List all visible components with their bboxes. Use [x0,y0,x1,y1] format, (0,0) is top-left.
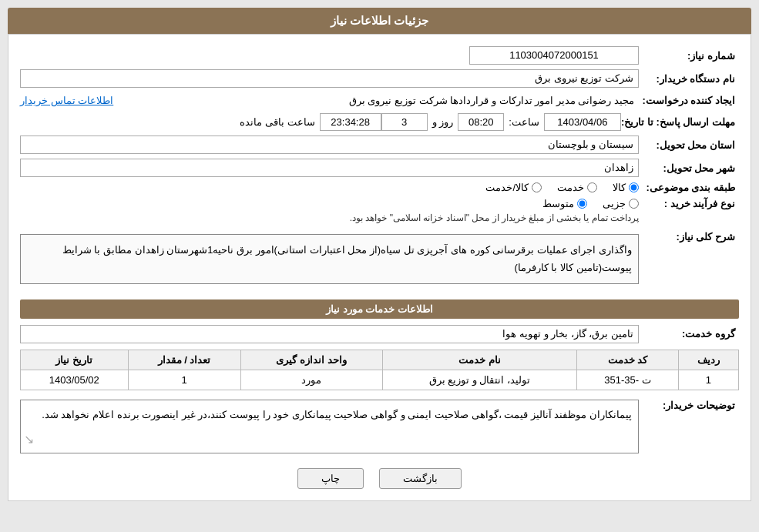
mohlat-countdown: 23:34:28 [320,113,381,131]
nam-dastgah-value: شرکت توزیع نیروی برق [20,69,639,88]
noe-farayand-content: جزیی متوسط پرداخت تمام یا بخشی از مبلغ خ… [20,198,639,223]
ostan-label: استان محل تحویل: [639,139,739,151]
cell-tedaad: 1 [128,370,240,390]
mohlat-roz-label: روز و [432,116,454,128]
col-name: نام خدمت [382,350,576,370]
shomara-niaz-label: شماره نیاز: [639,50,739,62]
tabaqe-row: طبقه بندی موضوعی: کالا خدمت کالا/خدمت [20,182,739,193]
khadamat-section-title: اطلاعات خدمات مورد نیاز [20,299,739,319]
noe-mootavsat-option[interactable]: متوسط [542,198,587,209]
group-khadamat-value: تامین برق، گاز، بخار و تهویه هوا [20,325,639,343]
cell-name: تولید، انتقال و توزیع برق [382,370,576,390]
cell-vahed: مورد [240,370,382,390]
back-button[interactable]: بازگشت [379,468,462,489]
mohlat-saat-label: ساعت: [509,116,539,128]
mohlat-row: مهلت ارسال پاسخ: تا تاریخ: 1403/04/06 سا… [20,113,739,131]
main-panel: شماره نیاز: 1103004072000151 نام دستگاه … [8,34,751,501]
noe-farayand-radio-group: جزیی متوسط [20,198,639,209]
tabaqe-radio-group: کالا خدمت کالا/خدمت [485,182,639,193]
nam-dastgah-row: نام دستگاه خریدار: شرکت توزیع نیروی برق [20,69,739,88]
shahr-label: شهر محل تحویل: [639,162,739,174]
tabaqe-kala-option[interactable]: کالا [613,182,639,193]
col-vahed: واحد اندازه گیری [240,350,382,370]
col-tarikh: تاریخ نیاز [21,350,129,370]
buttons-row: بازگشت چاپ [20,468,739,489]
ostan-row: استان محل تحویل: سیستان و بلوچستان [20,136,739,154]
sharh-row: شرح کلی نیاز: واگذاری اجرای عملیات برقرس… [20,228,739,290]
tawsihat-value: پیمانکاران موظفند آنالیز قیمت ،گواهی صلا… [20,400,639,453]
shomara-niaz-row: شماره نیاز: 1103004072000151 [20,46,739,65]
nam-dastgah-label: نام دستگاه خریدار: [639,73,739,85]
print-button[interactable]: چاپ [297,468,364,489]
mohlat-roz: 3 [381,113,428,131]
page-title: جزئیات اطلاعات نیاز [8,8,751,34]
shomara-niaz-value: 1103004072000151 [469,46,639,65]
ijad-konande-row: ایجاد کننده درخواست: مجید رضوانی مدیر ام… [20,92,739,109]
shahr-row: شهر محل تحویل: زاهدان [20,159,739,177]
noe-farayand-note: پرداخت تمام یا بخشی از مبلغ خریدار از مح… [20,212,639,223]
noe-farayand-row: نوع فرآیند خرید : جزیی متوسط پرداخت تمام… [20,198,739,223]
mohlat-label: مهلت ارسال پاسخ: تا تاریخ: [621,116,739,128]
mohlat-date: 1403/04/06 [544,113,621,131]
cell-kod: ت -35-351 [577,370,679,390]
mohlat-baqi-label: ساعت باقی مانده [240,116,314,128]
cell-radif: 1 [678,370,738,390]
ijad-konande-label: ایجاد کننده درخواست: [639,95,739,106]
sharh-value: واگذاری اجرای عملیات برقرسانی کوره های آ… [20,234,639,284]
tabaqe-label: طبقه بندی موضوعی: [639,182,739,193]
group-khadamat-row: گروه خدمت: تامین برق، گاز، بخار و تهویه … [20,325,739,343]
col-tedaad: تعداد / مقدار [128,350,240,370]
cell-tarikh: 1403/05/02 [21,370,129,390]
noe-farayand-label: نوع فرآیند خرید : [639,198,739,209]
page-wrapper: جزئیات اطلاعات نیاز شماره نیاز: 11030040… [0,0,759,532]
tawsihat-row: توضیحات خریدار: پیمانکاران موظفند آنالیز… [20,396,739,457]
ijad-konande-value: مجید رضوانی مدیر امور تدارکات و قرارداده… [125,92,639,109]
resize-icon: ↘ [24,429,34,450]
ostan-value: سیستان و بلوچستان [20,136,639,154]
tabaqe-khedmat-option[interactable]: خدمت [557,182,597,193]
tawsihat-label: توضیحات خریدار: [639,396,739,411]
ittilaat-tamas-link[interactable]: اطلاعات تماس خریدار [20,95,113,106]
mohlat-saat: 08:20 [458,113,504,131]
noe-jozi-option[interactable]: جزیی [603,198,639,209]
col-radif: ردیف [678,350,738,370]
sharh-label: شرح کلی نیاز: [639,228,739,243]
shahr-value: زاهدان [20,159,639,177]
col-kod: کد خدمت [577,350,679,370]
tabaqe-kala-khedmat-option[interactable]: کالا/خدمت [485,182,542,193]
services-table: ردیف کد خدمت نام خدمت واحد اندازه گیری ت… [20,350,739,390]
table-row: 1 ت -35-351 تولید، انتقال و توزیع برق مو… [21,370,739,390]
group-khadamat-label: گروه خدمت: [639,328,739,340]
